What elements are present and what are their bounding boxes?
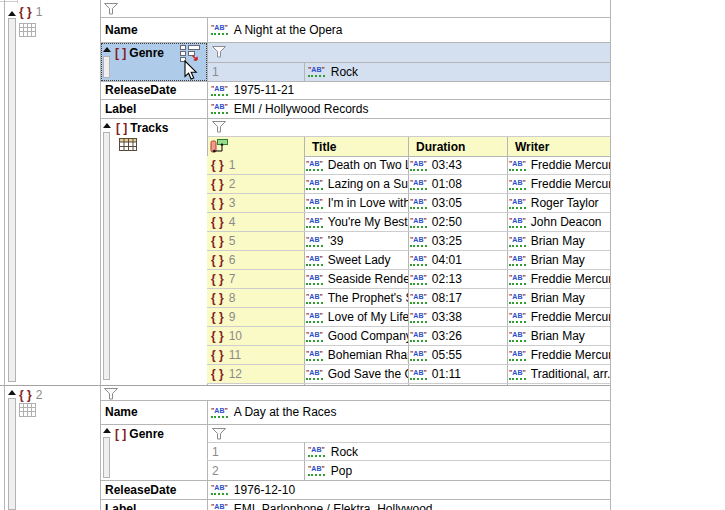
track-duration[interactable]: "AB" 02:13	[408, 270, 507, 288]
genre-index[interactable]: 2	[208, 461, 304, 480]
track-duration[interactable]: "AB" 04:01	[408, 251, 507, 269]
field-label-label[interactable]: Label	[101, 99, 207, 118]
field-releasedate-label[interactable]: ReleaseDate	[101, 480, 207, 499]
track-title[interactable]: "AB" Bohemian Rhaps	[304, 346, 408, 364]
track-index[interactable]: { } 12	[207, 365, 304, 383]
track-title[interactable]: "AB" Death on Two Le	[304, 156, 408, 174]
array-icon: [ ]	[115, 427, 126, 441]
filter-icon[interactable]	[104, 388, 119, 400]
field-name-value[interactable]: "AB" A Night at the Opera	[208, 17, 610, 42]
track-duration-text: 03:38	[432, 310, 462, 324]
field-name-label[interactable]: Name	[101, 400, 207, 424]
genre-index[interactable]: 1	[208, 442, 304, 461]
track-title[interactable]: "AB" You're My Best Fr	[304, 213, 408, 231]
track-writer[interactable]: "AB" Brian May	[507, 232, 610, 250]
column-header-title[interactable]: Title	[308, 137, 408, 156]
track-title[interactable]: "AB" I'm in Love with	[304, 194, 408, 212]
filter-icon[interactable]	[104, 3, 119, 15]
track-writer[interactable]: "AB" Freddie Mercury	[507, 308, 610, 326]
track-writer[interactable]: "AB" Traditional, arr.	[507, 365, 610, 383]
genre-label[interactable]: [ ] Genre	[115, 424, 164, 443]
field-name-value[interactable]: "AB" A Day at the Races	[208, 400, 610, 424]
column-header-duration[interactable]: Duration	[412, 137, 507, 156]
filter-icon[interactable]	[212, 121, 227, 133]
track-writer-text: Traditional, arr.	[531, 367, 610, 381]
field-releasedate-value[interactable]: "AB" 1976-12-10	[208, 480, 610, 499]
track-index[interactable]: { } 6	[207, 251, 304, 269]
pivot-table-icon[interactable]	[210, 138, 229, 154]
track-duration[interactable]: "AB" 08:17	[408, 289, 507, 307]
record-index[interactable]: { } 2	[19, 387, 42, 402]
field-releasedate-value-text: 1976-12-10	[234, 483, 295, 497]
track-title-text: You're My Best Fr	[328, 215, 408, 229]
collapse-triangle[interactable]	[103, 428, 111, 433]
track-row: { } 5 "AB" '39 "AB" 03:25 "AB" Brian May	[207, 232, 610, 251]
tracks-label[interactable]: [ ] Tracks	[116, 118, 168, 137]
track-index[interactable]: { } 5	[207, 232, 304, 250]
track-duration[interactable]: "AB" 03:38	[408, 308, 507, 326]
track-writer[interactable]: "AB" Brian May	[507, 289, 610, 307]
field-releasedate-value[interactable]: "AB" 1975-11-21	[208, 81, 610, 99]
table-view-icon[interactable]	[119, 138, 137, 151]
track-duration[interactable]: "AB" 01:08	[408, 175, 507, 193]
filter-icon[interactable]	[212, 428, 227, 440]
track-duration[interactable]: "AB" 03:25	[408, 232, 507, 250]
collapse-bar[interactable]	[103, 56, 110, 78]
genre-value[interactable]: "AB" Rock	[305, 442, 610, 461]
genre-label[interactable]: [ ] Genre	[115, 43, 164, 62]
table-view-icon[interactable]	[19, 23, 36, 37]
table-view-icon[interactable]	[19, 403, 36, 417]
track-writer[interactable]: "AB" Freddie Mercury	[507, 270, 610, 288]
track-title[interactable]: "AB" Love of My Life	[304, 308, 408, 326]
track-writer[interactable]: "AB" Roger Taylor	[507, 194, 610, 212]
collapse-triangle[interactable]	[103, 47, 111, 52]
field-label-value[interactable]: "AB" EMI, Parlophone / Elektra, Hollywoo…	[208, 499, 610, 510]
collapse-bar[interactable]	[103, 437, 110, 478]
collapse-bar[interactable]	[8, 18, 16, 382]
track-duration[interactable]: "AB" 03:05	[408, 194, 507, 212]
track-duration[interactable]: "AB" 01:11	[408, 365, 507, 383]
collapse-triangle[interactable]	[103, 123, 111, 128]
track-title[interactable]: "AB" The Prophet's So	[304, 289, 408, 307]
track-writer[interactable]: "AB" Freddie Mercury	[507, 175, 610, 193]
column-header-writer[interactable]: Writer	[511, 137, 610, 156]
track-writer[interactable]: "AB" Brian May	[507, 327, 610, 345]
genre-index[interactable]: 1	[208, 62, 304, 81]
track-writer[interactable]: "AB" Freddie Mercury	[507, 156, 610, 174]
genre-index-text: 1	[212, 445, 219, 459]
track-index[interactable]: { } 1	[207, 156, 304, 174]
genre-value[interactable]: "AB" Pop	[305, 461, 610, 480]
track-title[interactable]: "AB" Lazing on a Sun	[304, 175, 408, 193]
track-duration[interactable]: "AB" 05:55	[408, 346, 507, 364]
track-title[interactable]: "AB" Seaside Rendezv	[304, 270, 408, 288]
track-duration[interactable]: "AB" 03:26	[408, 327, 507, 345]
genre-value[interactable]: "AB" Rock	[305, 62, 610, 81]
track-index[interactable]: { } 11	[207, 346, 304, 364]
track-title[interactable]: "AB" Sweet Lady	[304, 251, 408, 269]
field-label-label[interactable]: Label	[101, 499, 207, 510]
track-writer[interactable]: "AB" Freddie Mercury	[507, 346, 610, 364]
track-writer[interactable]: "AB" Brian May	[507, 251, 610, 269]
track-duration[interactable]: "AB" 02:50	[408, 213, 507, 231]
collapse-bar[interactable]	[8, 398, 16, 510]
filter-icon[interactable]	[212, 46, 227, 58]
collapse-triangle[interactable]	[8, 11, 16, 16]
track-title[interactable]: "AB" Good Company	[304, 327, 408, 345]
track-index[interactable]: { } 2	[207, 175, 304, 193]
track-index[interactable]: { } 10	[207, 327, 304, 345]
track-index[interactable]: { } 4	[207, 213, 304, 231]
field-name-label[interactable]: Name	[101, 17, 207, 42]
collapse-triangle[interactable]	[8, 390, 16, 395]
track-index[interactable]: { } 3	[207, 194, 304, 212]
record-index[interactable]: { } 1	[19, 4, 42, 19]
track-index[interactable]: { } 9	[207, 308, 304, 326]
track-index[interactable]: { } 7	[207, 270, 304, 288]
field-label-value[interactable]: "AB" EMI / Hollywood Records	[208, 99, 610, 118]
collapse-bar[interactable]	[103, 132, 110, 380]
field-releasedate-label[interactable]: ReleaseDate	[101, 81, 207, 99]
track-index[interactable]: { } 8	[207, 289, 304, 307]
track-title[interactable]: "AB" '39	[304, 232, 408, 250]
track-title[interactable]: "AB" God Save the Qu	[304, 365, 408, 383]
track-writer[interactable]: "AB" John Deacon	[507, 213, 610, 231]
track-duration[interactable]: "AB" 03:43	[408, 156, 507, 174]
